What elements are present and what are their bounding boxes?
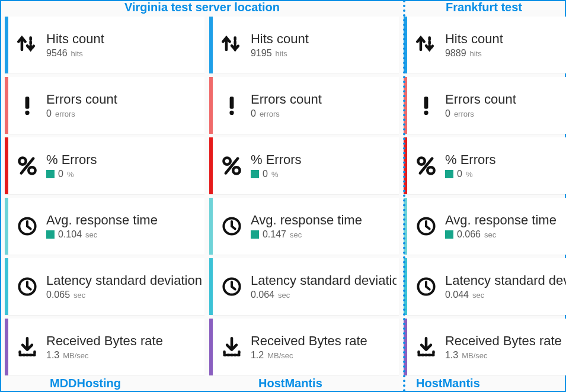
metrics-column: Hits count9195hitsErrors count0errors% E… <box>209 17 399 375</box>
percent-icon <box>213 156 251 176</box>
metric-valueline: 0.104sec <box>46 229 202 240</box>
metric-valueline: 9889hits <box>445 48 566 59</box>
metric-valueline: 9546hits <box>46 48 202 59</box>
metric-text: % Errors0% <box>445 152 566 179</box>
metric-text: Latency standard deviation0.044sec <box>445 273 566 300</box>
metric-valueline: 0.147sec <box>251 229 396 240</box>
metric-value: 0 <box>251 108 256 119</box>
metric-value: 1.2 <box>251 350 264 361</box>
metric-title: Hits count <box>251 31 396 47</box>
metric-text: Hits count9195hits <box>251 31 399 59</box>
metric-text: Latency standard deviation0.065sec <box>46 273 204 300</box>
metric-text: Avg. response time0.147sec <box>251 213 399 240</box>
metric-card: Errors count0errors <box>209 77 399 134</box>
metric-value: 0.066 <box>457 229 481 240</box>
updown-icon <box>407 35 445 55</box>
metric-value: 0 <box>58 169 63 179</box>
metric-value: 9546 <box>46 48 68 59</box>
metric-value: 1.3 <box>445 350 458 361</box>
metric-title: Hits count <box>46 31 202 47</box>
metric-title: Avg. response time <box>46 213 202 228</box>
metric-text: Errors count0errors <box>445 92 566 119</box>
metric-text: Errors count0errors <box>46 92 204 119</box>
clock-icon <box>407 277 445 297</box>
metric-text: Avg. response time0.066sec <box>445 213 566 240</box>
metric-card: % Errors0% <box>404 137 566 194</box>
metric-unit: % <box>67 170 74 179</box>
metric-card: Avg. response time0.147sec <box>209 198 399 255</box>
metric-value: 9889 <box>445 48 466 59</box>
metric-valueline: 0errors <box>251 108 396 119</box>
clock-icon <box>213 216 251 236</box>
status-swatch <box>251 230 259 239</box>
metric-text: % Errors0% <box>46 152 204 179</box>
metric-card: Avg. response time0.066sec <box>404 198 566 255</box>
percent-icon <box>407 156 445 176</box>
metric-title: Errors count <box>251 92 396 107</box>
metric-unit: MB/sec <box>267 351 293 360</box>
percent-icon <box>8 156 46 176</box>
metric-value: 0 <box>263 169 268 179</box>
metric-text: % Errors0% <box>251 152 399 179</box>
clock-icon <box>213 277 251 297</box>
metric-card: % Errors0% <box>209 137 399 194</box>
status-swatch <box>46 170 55 178</box>
metric-card: Latency standard deviation0.065sec <box>5 258 204 315</box>
metric-title: Errors count <box>46 92 202 107</box>
metric-unit: hits <box>276 49 287 58</box>
metric-title: Avg. response time <box>445 213 566 228</box>
metric-valueline: 9195hits <box>251 48 396 59</box>
clock-icon <box>407 216 445 236</box>
metric-value: 0.064 <box>251 290 274 300</box>
metric-card: Errors count0errors <box>5 77 204 134</box>
metric-text: Received Bytes rate1.3MB/sec <box>445 333 566 361</box>
metric-text: Received Bytes rate1.2MB/sec <box>251 333 399 361</box>
metric-title: Received Bytes rate <box>445 333 566 349</box>
metric-unit: errors <box>260 110 280 118</box>
metric-valueline: 0.064sec <box>251 290 396 300</box>
metrics-columns: Hits count9546hitsErrors count0errors% E… <box>5 17 566 375</box>
metric-unit: sec <box>472 291 484 300</box>
metric-valueline: 0% <box>445 169 566 179</box>
metric-title: Latency standard deviation <box>445 273 566 288</box>
metric-valueline: 0% <box>46 169 202 179</box>
metric-unit: sec <box>484 230 496 239</box>
metric-title: Received Bytes rate <box>46 333 202 349</box>
status-swatch <box>251 170 259 178</box>
excl-icon <box>8 95 46 115</box>
metric-text: Hits count9546hits <box>46 31 204 59</box>
metric-title: % Errors <box>251 152 396 168</box>
metric-card: % Errors0% <box>5 137 204 194</box>
metric-unit: errors <box>55 110 75 118</box>
metric-text: Hits count9889hits <box>445 31 566 59</box>
metric-valueline: 0errors <box>445 108 566 119</box>
metric-value: 1.3 <box>46 350 59 361</box>
download-icon <box>407 337 445 357</box>
metric-title: % Errors <box>445 152 566 168</box>
metric-unit: sec <box>85 230 97 239</box>
metric-card: Received Bytes rate1.2MB/sec <box>209 319 399 375</box>
status-swatch <box>46 230 55 239</box>
updown-icon <box>213 35 251 55</box>
metric-valueline: 0errors <box>46 108 202 119</box>
metric-card: Errors count0errors <box>404 77 566 134</box>
metric-title: Hits count <box>445 31 566 47</box>
metric-card: Hits count9546hits <box>5 17 204 73</box>
metric-unit: % <box>271 170 279 179</box>
metric-card: Received Bytes rate1.3MB/sec <box>5 319 204 375</box>
clock-icon <box>8 277 46 297</box>
metric-value: 0.044 <box>445 290 469 300</box>
metric-valueline: 0.066sec <box>445 229 566 240</box>
metric-unit: MB/sec <box>63 351 88 360</box>
status-swatch <box>445 170 453 178</box>
metric-value: 0.065 <box>46 290 70 300</box>
metric-card: Latency standard deviation0.064sec <box>209 258 399 315</box>
metric-title: Latency standard deviation <box>46 273 202 288</box>
metric-card: Hits count9889hits <box>404 17 566 73</box>
metric-unit: sec <box>290 230 302 239</box>
metric-unit: MB/sec <box>462 351 487 360</box>
metric-valueline: 1.3MB/sec <box>445 350 566 361</box>
metric-unit: hits <box>470 49 482 58</box>
metric-value: 0.104 <box>58 229 82 240</box>
region-divider <box>403 0 405 392</box>
